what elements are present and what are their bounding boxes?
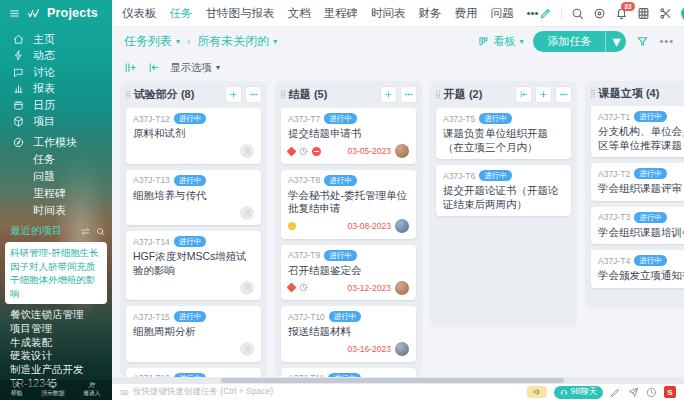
chat-support-button[interactable]: 98聊天 xyxy=(554,386,603,399)
scope-dropdown[interactable]: 所有未关闭的 xyxy=(197,33,269,50)
sidebar-section-work[interactable]: 工作模块 xyxy=(0,134,112,151)
task-card[interactable]: A37J-T3进行中学会组织课题培训会 xyxy=(591,207,684,245)
column-add-button[interactable] xyxy=(225,86,242,103)
task-card[interactable]: A37J-T4进行中学会颁发立项通知书 xyxy=(591,250,684,288)
apps-grid-icon[interactable] xyxy=(637,7,650,20)
task-title: 分支机构、单位会员、地区等单位推荐课题 xyxy=(598,125,684,152)
column-add-button[interactable] xyxy=(535,86,552,103)
pen-icon[interactable] xyxy=(610,387,621,398)
horizontal-scrollbar[interactable] xyxy=(112,377,684,384)
notifications-button[interactable]: 33 xyxy=(615,7,628,20)
task-card[interactable]: A37J-T8进行中学会秘书处-委托管理单位批复结申请03-08-2023 xyxy=(281,170,416,239)
sidebar-item-日历[interactable]: 日历 xyxy=(0,97,112,114)
drag-handle-icon[interactable]: ⣿ xyxy=(590,90,595,98)
work-item-时间表[interactable]: 时间表 xyxy=(0,202,112,219)
sidebar-item-报表[interactable]: 报表 xyxy=(0,81,112,98)
sidebar-footer-帮助[interactable]: 帮助 xyxy=(10,381,23,396)
hamburger-icon xyxy=(9,8,20,19)
send-icon[interactable] xyxy=(628,387,639,398)
quick-create-hint[interactable]: 按快捷键快速创建任务 (Ctrl + Space) xyxy=(120,386,273,398)
tab-财务[interactable]: 财务 xyxy=(419,6,442,21)
column-more-button[interactable] xyxy=(555,86,572,103)
tab-仪表板[interactable]: 仪表板 xyxy=(122,6,157,21)
add-column-icon[interactable] xyxy=(124,61,137,74)
hamburger-menu-icon[interactable] xyxy=(9,8,20,19)
sidebar-item-动态[interactable]: 动态 xyxy=(0,48,112,65)
red-app-icon[interactable]: S xyxy=(664,386,676,398)
tab-问题[interactable]: 问题 xyxy=(491,6,514,21)
project-search-icon[interactable] xyxy=(96,227,105,236)
sidebar-footer-演示数据[interactable]: 演示数据 xyxy=(40,381,66,396)
tab-•••[interactable]: ••• xyxy=(527,7,539,19)
sidebar-item-项目[interactable]: 项目 xyxy=(0,114,112,131)
tab-费用[interactable]: 费用 xyxy=(455,6,478,21)
status-badge: 进行中 xyxy=(174,311,207,322)
search-icon[interactable] xyxy=(571,7,584,20)
target-icon[interactable] xyxy=(593,7,606,20)
task-card[interactable]: A37J-T2进行中学会组织课题评审 xyxy=(591,163,684,201)
task-card[interactable]: A37J-T9进行中召开结题鉴定会03-12-2023 xyxy=(281,245,416,301)
sidebar-footer-邀请人[interactable]: 邀请人 xyxy=(82,381,102,396)
tab-文档[interactable]: 文档 xyxy=(288,6,311,21)
task-card[interactable]: A37J-T15进行中细胞周期分析 xyxy=(126,306,261,362)
search-icon xyxy=(571,7,584,20)
work-item-问题[interactable]: 问题 xyxy=(0,168,112,185)
view-switcher[interactable]: 看板 ▾ xyxy=(478,34,523,49)
task-card[interactable]: A37J-T16进行中Western blot检测 xyxy=(126,368,261,378)
task-card[interactable]: A37J-T12进行中原料和试剂 xyxy=(126,108,261,164)
column-cards: A37J-T7进行中提交结题申请书03-05-2023A37J-T8进行中学会秘… xyxy=(275,106,422,377)
sidebar-item-主页[interactable]: 主页 xyxy=(0,31,112,48)
work-item-里程碑[interactable]: 里程碑 xyxy=(0,185,112,202)
collapse-columns-icon[interactable] xyxy=(147,61,160,74)
task-card[interactable]: A37J-T6进行中提交开题论证书（开题论证结束后两周内） xyxy=(436,165,571,216)
drag-handle-icon[interactable]: ⣿ xyxy=(280,91,285,99)
card-footer xyxy=(133,342,254,357)
task-card[interactable]: A37J-T11进行中中国教育协会批复结题，颁发结题证书 xyxy=(281,368,416,378)
add-task-button[interactable]: 添加任务 ▾ xyxy=(533,31,626,52)
task-card[interactable]: A37J-T13进行中细胞培养与传代 xyxy=(126,170,261,226)
column-more-button[interactable] xyxy=(400,86,417,103)
tab-时间表[interactable]: 时间表 xyxy=(371,6,406,21)
breadcrumb: 任务列表 ▾ › 所有未关闭的 ▾ xyxy=(124,33,277,50)
megaphone-icon xyxy=(533,388,541,396)
announcement-icon[interactable] xyxy=(527,386,547,398)
collapse-projects-icon[interactable] xyxy=(81,227,90,236)
tab-里程碑[interactable]: 里程碑 xyxy=(324,6,359,21)
display-options-dropdown[interactable]: 显示选项 ▾ xyxy=(170,61,220,75)
drag-handle-icon[interactable]: ⣿ xyxy=(125,91,130,99)
task-card[interactable]: A37J-T5进行中课题负责单位组织开题（在立项三个月内） xyxy=(436,108,571,159)
work-item-任务[interactable]: 任务 xyxy=(0,151,112,168)
column-more-icon xyxy=(404,90,413,99)
tab-任务[interactable]: 任务 xyxy=(170,6,193,21)
clock-icon[interactable] xyxy=(646,387,657,398)
task-card[interactable]: A37J-T10进行中报送结题材料03-16-2023 xyxy=(281,306,416,362)
column-more-button[interactable] xyxy=(245,86,262,103)
more-options-icon[interactable]: ••• xyxy=(659,35,674,47)
add-task-dropdown[interactable]: ▾ xyxy=(605,31,626,52)
scissors-icon[interactable] xyxy=(659,7,672,20)
column-add-button[interactable] xyxy=(380,86,397,103)
task-card[interactable]: A37J-T7进行中提交结题申请书03-05-2023 xyxy=(281,108,416,164)
signature-pen-icon[interactable] xyxy=(539,7,552,20)
recent-project-item[interactable]: 制造业产品开发 xyxy=(10,363,112,377)
recent-project-item[interactable]: 餐饮连锁店管理 xyxy=(10,308,112,322)
sidebar-item-讨论[interactable]: 讨论 xyxy=(0,64,112,81)
activity-icon xyxy=(13,50,24,61)
scrollbar-thumb[interactable] xyxy=(221,378,564,383)
drag-handle-icon[interactable]: ⣿ xyxy=(435,91,440,99)
tab-甘特图与报表[interactable]: 甘特图与报表 xyxy=(206,6,275,21)
column-collapse-button[interactable] xyxy=(515,86,532,103)
divider xyxy=(561,7,562,19)
recent-project-item[interactable]: 硬装设计 xyxy=(10,349,112,363)
task-id: A37J-T14 xyxy=(133,237,170,247)
task-card[interactable]: A37J-T1进行中分支机构、单位会员、地区等单位推荐课题 xyxy=(591,106,684,157)
card-footer: 03-16-2023 xyxy=(288,342,409,357)
recent-project-active[interactable]: 科研管理-肝细胞生长因子对人脐带间充质干细胞体外增殖的影响 xyxy=(5,242,107,304)
recent-project-item[interactable]: 项目管理 xyxy=(10,322,112,336)
create-new-button[interactable] xyxy=(681,6,684,21)
person-icon xyxy=(243,147,252,156)
task-card[interactable]: A37J-T14进行中HGF浓度对MSCs增殖试验的影响 xyxy=(126,231,261,300)
task-list-dropdown[interactable]: 任务列表 xyxy=(124,33,172,50)
filter-icon[interactable] xyxy=(636,35,649,48)
recent-project-item[interactable]: 牛成装配 xyxy=(10,336,112,350)
